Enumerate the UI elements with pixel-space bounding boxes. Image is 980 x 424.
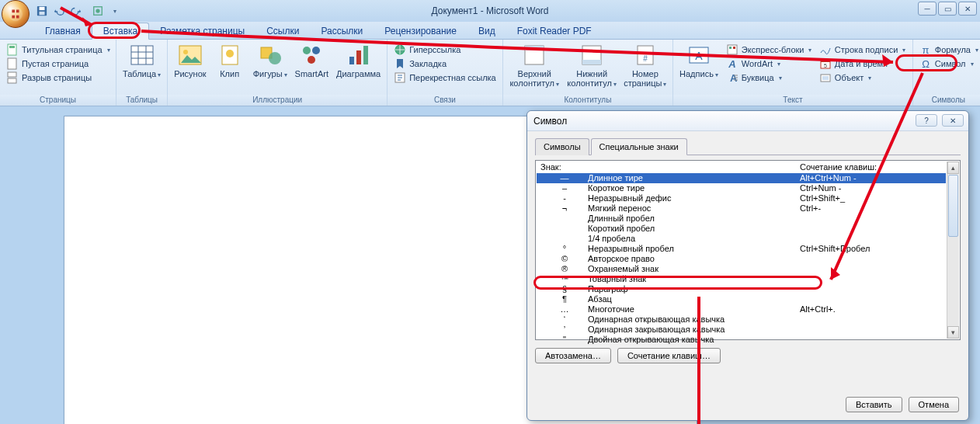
page-break-button[interactable]: Разрыв страницы xyxy=(3,71,113,85)
header-button[interactable]: Верхний колонтитул▾ xyxy=(506,41,563,90)
group-headers: Верхний колонтитул▾ Нижний колонтитул▾ #… xyxy=(503,40,673,106)
list-item[interactable]: -Неразрывный дефисCtrl+Shift+_ xyxy=(537,193,946,203)
ribbon-tabs: Главная Вставка Разметка страницы Ссылки… xyxy=(0,22,980,40)
crossref-button[interactable]: Перекрестная ссылка xyxy=(391,71,499,85)
dialog-help-button[interactable]: ? xyxy=(916,114,937,127)
tab-foxit[interactable]: Foxit Reader PDF xyxy=(506,23,603,39)
save-icon[interactable] xyxy=(34,3,50,19)
picture-icon xyxy=(178,43,203,68)
tab-layout[interactable]: Разметка страницы xyxy=(149,23,255,39)
qat-customize-icon[interactable]: ▾ xyxy=(107,3,123,19)
tab-home[interactable]: Главная xyxy=(34,23,92,39)
list-item[interactable]: ¶Абзац xyxy=(537,294,946,304)
dropcap-button[interactable]: AБуквица▾ xyxy=(723,71,815,85)
minimize-button[interactable]: ─ xyxy=(918,2,937,16)
symbol-label: Символ xyxy=(935,59,966,68)
group-headers-label: Колонтитулы xyxy=(503,95,672,106)
quickparts-label: Экспресс-блоки xyxy=(742,45,805,54)
scroll-down-button[interactable]: ▾ xyxy=(947,326,959,339)
list-item[interactable]: Длинный пробел xyxy=(537,214,946,224)
signature-icon xyxy=(819,43,832,56)
textbox-icon: A xyxy=(686,43,711,68)
equation-label: Формула xyxy=(935,45,971,54)
wordart-icon: A xyxy=(726,57,738,70)
redo-icon[interactable] xyxy=(68,3,84,19)
list-item[interactable]: ®Охраняемый знак xyxy=(537,264,946,274)
globe-icon xyxy=(394,43,406,56)
blank-page-button[interactable]: Пустая страница xyxy=(3,57,113,71)
tab-refs[interactable]: Ссылки xyxy=(255,23,310,39)
list-item[interactable]: ‘Одинарная открывающая кавычка xyxy=(537,315,946,325)
svg-text:A: A xyxy=(728,58,735,70)
sigline-button[interactable]: Строка подписи▾ xyxy=(816,43,909,57)
list-scrollbar[interactable]: ▴ ▾ xyxy=(947,162,959,339)
hyperlink-button[interactable]: Гиперссылка xyxy=(391,43,499,57)
tab-view[interactable]: Вид xyxy=(467,23,506,39)
group-links: Гиперссылка Закладка Перекрестная ссылка… xyxy=(387,40,503,106)
picture-button[interactable]: Рисунок xyxy=(171,41,210,80)
quickparts-button[interactable]: Экспресс-блоки▾ xyxy=(723,43,815,57)
cover-page-button[interactable]: Титульная страница▾ xyxy=(3,43,113,57)
smartart-button[interactable]: SmartArt xyxy=(292,41,332,80)
table-button[interactable]: Таблица▾ xyxy=(120,41,164,81)
close-button[interactable]: ✕ xyxy=(958,2,977,16)
wordart-button[interactable]: AWordArt▾ xyxy=(723,57,815,71)
symbol-dialog: Символ ? ✕ Символы Специальные знаки Зна… xyxy=(526,110,969,421)
equation-button[interactable]: πФормула▾ xyxy=(916,43,980,57)
list-item[interactable]: …МноготочиеAlt+Ctrl+. xyxy=(537,304,946,315)
header-label: Верхний колонтитул xyxy=(509,69,554,88)
list-item[interactable]: ™Товарный знак xyxy=(537,274,946,284)
list-item[interactable]: 1/4 пробела xyxy=(537,234,946,244)
shortcut-key-button[interactable]: Сочетание клавиш… xyxy=(617,348,721,363)
quickparts-icon xyxy=(726,43,738,56)
svg-rect-39 xyxy=(729,47,732,49)
cancel-button[interactable]: Отмена xyxy=(909,397,959,412)
group-pages: Титульная страница▾ Пустая страница Разр… xyxy=(0,40,116,106)
symbol-button[interactable]: ΩСимвол▾ xyxy=(916,57,980,71)
list-item[interactable]: °Неразрывный пробелCtrl+Shift+Пробел xyxy=(537,244,946,254)
page-break-label: Разрыв страницы xyxy=(22,73,92,82)
chart-button[interactable]: Диаграмма xyxy=(333,41,384,80)
list-item[interactable]: ©Авторское право xyxy=(537,254,946,264)
insert-button[interactable]: Вставить xyxy=(846,397,902,412)
shapes-button[interactable]: Фигуры▾ xyxy=(250,41,290,81)
list-item[interactable]: —Длинное тиреAlt+Ctrl+Num - xyxy=(537,173,946,183)
svg-text:π: π xyxy=(922,44,929,56)
tab-mail[interactable]: Рассылки xyxy=(310,23,374,39)
dlg-tab-symbols[interactable]: Символы xyxy=(535,138,589,155)
autocorrect-button[interactable]: Автозамена… xyxy=(535,348,611,363)
undo-icon[interactable] xyxy=(51,3,67,19)
scroll-thumb[interactable] xyxy=(948,175,958,237)
page-break-icon xyxy=(6,71,19,84)
list-item[interactable]: –Короткое тиреCtrl+Num - xyxy=(537,183,946,193)
footer-icon xyxy=(579,43,604,68)
svg-rect-11 xyxy=(131,46,153,64)
list-item[interactable]: ’Одинарная закрывающая кавычка xyxy=(537,325,946,335)
custom-icon[interactable] xyxy=(90,3,106,19)
footer-button[interactable]: Нижний колонтитул▾ xyxy=(565,41,620,90)
scroll-up-button[interactable]: ▴ xyxy=(947,162,959,174)
svg-rect-27 xyxy=(363,46,368,64)
maximize-button[interactable]: ▭ xyxy=(938,2,957,16)
list-item[interactable]: §Параграф xyxy=(537,284,946,294)
bookmark-button[interactable]: Закладка xyxy=(391,57,499,71)
dlg-tab-special[interactable]: Специальные знаки xyxy=(591,138,687,155)
list-item[interactable]: "Двойная открывающая кавычка xyxy=(537,335,946,345)
office-button[interactable] xyxy=(2,0,30,28)
clip-button[interactable]: Клип xyxy=(211,41,248,80)
list-item[interactable]: Короткий пробел xyxy=(537,224,946,234)
list-item[interactable]: ¬Мягкий переносCtrl+- xyxy=(537,203,946,214)
group-text-label: Текст xyxy=(673,95,912,106)
dialog-close-button[interactable]: ✕ xyxy=(942,114,964,127)
dialog-titlebar[interactable]: Символ ? ✕ xyxy=(527,111,968,131)
group-symbols-label: Символы xyxy=(913,95,980,106)
dialog-tabs: Символы Специальные знаки xyxy=(535,137,961,155)
tab-review[interactable]: Рецензирование xyxy=(374,23,467,39)
tab-insert[interactable]: Вставка xyxy=(92,23,150,40)
pagenum-button[interactable]: #Номер страницы▾ xyxy=(621,41,669,90)
object-button[interactable]: Объект▾ xyxy=(816,71,909,85)
textbox-button[interactable]: AНадпись▾ xyxy=(676,41,721,81)
clip-icon xyxy=(217,43,242,68)
table-label: Таблица xyxy=(123,69,156,78)
datetime-button[interactable]: 5Дата и время xyxy=(816,57,909,71)
